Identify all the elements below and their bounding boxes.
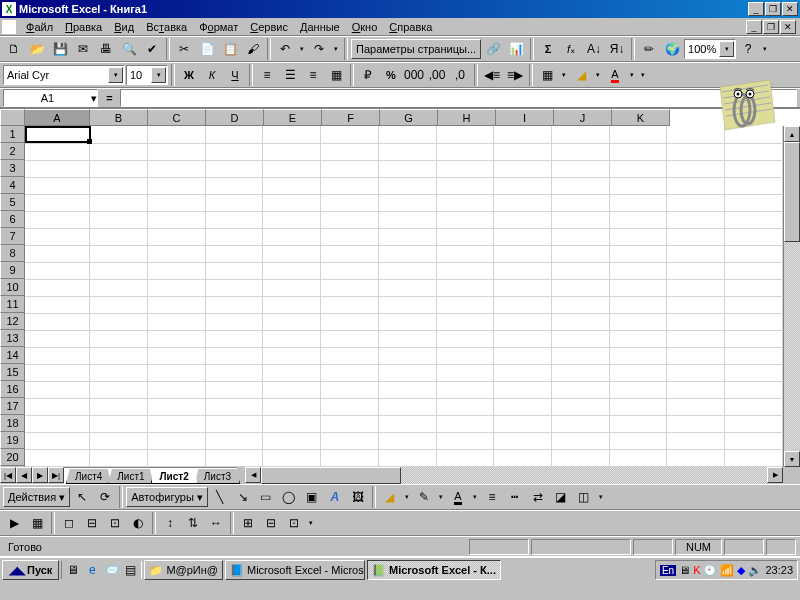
- paste-button[interactable]: 📋: [219, 38, 241, 60]
- row-header[interactable]: 12: [0, 313, 25, 330]
- chart-button[interactable]: 📊: [505, 38, 527, 60]
- 3d-button[interactable]: ◫: [573, 486, 595, 508]
- vertical-scrollbar[interactable]: ▲ ▼: [783, 126, 800, 467]
- doc-restore-button[interactable]: ❐: [763, 20, 779, 34]
- line-style-button[interactable]: ≡: [481, 486, 503, 508]
- column-header[interactable]: F: [322, 109, 380, 126]
- row-header[interactable]: 2: [0, 143, 25, 160]
- open-button[interactable]: 📂: [26, 38, 48, 60]
- menu-справка[interactable]: Справка: [383, 19, 438, 35]
- ql-outlook-icon[interactable]: 📨: [102, 561, 120, 579]
- doc-minimize-button[interactable]: _: [746, 20, 762, 34]
- zoom-combo[interactable]: ▾: [684, 39, 736, 59]
- row-header[interactable]: 6: [0, 211, 25, 228]
- menu-формат[interactable]: Формат: [193, 19, 244, 35]
- menu-вставка[interactable]: Вставка: [140, 19, 193, 35]
- font-input[interactable]: [4, 67, 108, 83]
- start-button[interactable]: ◢◣ Пуск: [2, 560, 59, 580]
- tb-btn-7[interactable]: ↔: [205, 512, 227, 534]
- taskbar-task[interactable]: 📘Microsoft Excel - Micros...: [225, 560, 365, 580]
- fontsize-combo[interactable]: ▾: [126, 65, 168, 85]
- map-button[interactable]: 🌍: [661, 38, 683, 60]
- percent-button[interactable]: %: [380, 64, 402, 86]
- toolbar-more[interactable]: ▾: [760, 38, 770, 60]
- sort-desc-button[interactable]: Я↓: [606, 38, 628, 60]
- borders-button[interactable]: ▦: [536, 64, 558, 86]
- font-color-button[interactable]: A: [604, 64, 626, 86]
- column-header[interactable]: K: [612, 109, 670, 126]
- sheet-tab[interactable]: Лист3: [195, 469, 240, 484]
- help-button[interactable]: ?: [737, 38, 759, 60]
- tb-btn-2[interactable]: ⊟: [81, 512, 103, 534]
- row-header[interactable]: 8: [0, 245, 25, 262]
- restore-button[interactable]: ❐: [765, 2, 781, 16]
- mail-button[interactable]: ✉: [72, 38, 94, 60]
- arrow-style-button[interactable]: ⇄: [527, 486, 549, 508]
- drawing-button[interactable]: ✏: [638, 38, 660, 60]
- lang-indicator[interactable]: En: [660, 565, 676, 576]
- format-more[interactable]: ▾: [638, 64, 648, 86]
- shadow-button[interactable]: ◪: [550, 486, 572, 508]
- cut-button[interactable]: ✂: [173, 38, 195, 60]
- increase-decimal-button[interactable]: ,00: [426, 64, 448, 86]
- taskbar-task[interactable]: 📗Microsoft Excel - К...: [367, 560, 501, 580]
- column-header[interactable]: D: [206, 109, 264, 126]
- tb-btn-3[interactable]: ⊡: [104, 512, 126, 534]
- scroll-left-button[interactable]: ◀: [245, 467, 261, 483]
- column-header[interactable]: G: [380, 109, 438, 126]
- name-box-dropdown[interactable]: ▾: [91, 92, 97, 105]
- tab-prev-button[interactable]: ◀: [16, 467, 32, 483]
- row-header[interactable]: 10: [0, 279, 25, 296]
- font-color2-button[interactable]: A: [447, 486, 469, 508]
- line-button[interactable]: ╲: [209, 486, 231, 508]
- fill-color-button[interactable]: ◢: [570, 64, 592, 86]
- row-header[interactable]: 9: [0, 262, 25, 279]
- menu-файл[interactable]: Файл: [20, 19, 59, 35]
- clock[interactable]: 23:23: [765, 564, 793, 576]
- tb-btn-8[interactable]: ⊞: [237, 512, 259, 534]
- tab-last-button[interactable]: ▶|: [48, 467, 64, 483]
- autoshapes-button[interactable]: Автофигуры ▾: [126, 487, 208, 507]
- extra-more[interactable]: ▾: [306, 512, 316, 534]
- fill-color-dropdown[interactable]: ▾: [593, 64, 603, 86]
- column-header[interactable]: I: [496, 109, 554, 126]
- tray-icon-6[interactable]: 🔊: [748, 564, 762, 577]
- cells-area[interactable]: [25, 126, 783, 467]
- bold-button[interactable]: Ж: [178, 64, 200, 86]
- font-combo[interactable]: ▾: [3, 65, 125, 85]
- tray-icon-3[interactable]: 🕙: [703, 564, 717, 577]
- fontsize-input[interactable]: [127, 67, 151, 83]
- row-header[interactable]: 14: [0, 347, 25, 364]
- redo-dropdown[interactable]: ▾: [331, 38, 341, 60]
- tb-btn-5[interactable]: ↕: [159, 512, 181, 534]
- draw-more[interactable]: ▾: [596, 486, 606, 508]
- row-header[interactable]: 3: [0, 160, 25, 177]
- new-button[interactable]: 🗋: [3, 38, 25, 60]
- tab-first-button[interactable]: |◀: [0, 467, 16, 483]
- tray-icon-4[interactable]: 📶: [720, 564, 734, 577]
- minimize-button[interactable]: _: [748, 2, 764, 16]
- wordart-button[interactable]: A: [324, 486, 346, 508]
- stop-record-button[interactable]: ▶: [3, 512, 25, 534]
- menu-окно[interactable]: Окно: [346, 19, 384, 35]
- tb-btn-10[interactable]: ⊡: [283, 512, 305, 534]
- row-header[interactable]: 5: [0, 194, 25, 211]
- tb-btn-4[interactable]: ◐: [127, 512, 149, 534]
- tray-icon-1[interactable]: 🖥: [679, 564, 690, 576]
- name-box[interactable]: A1 ▾: [3, 89, 98, 107]
- font-color-dropdown[interactable]: ▾: [627, 64, 637, 86]
- currency-button[interactable]: ₽: [357, 64, 379, 86]
- column-header[interactable]: H: [438, 109, 496, 126]
- borders-dropdown[interactable]: ▾: [559, 64, 569, 86]
- row-header[interactable]: 19: [0, 432, 25, 449]
- font-color2-dropdown[interactable]: ▾: [470, 486, 480, 508]
- taskbar-task[interactable]: 📁М@рИн@: [144, 560, 223, 580]
- row-header[interactable]: 17: [0, 398, 25, 415]
- actions-button[interactable]: Действия ▾: [3, 487, 70, 507]
- row-header[interactable]: 15: [0, 364, 25, 381]
- scroll-up-button[interactable]: ▲: [784, 126, 800, 142]
- align-left-button[interactable]: ≡: [256, 64, 278, 86]
- row-header[interactable]: 11: [0, 296, 25, 313]
- ql-app-icon[interactable]: ▤: [121, 561, 139, 579]
- oval-button[interactable]: ◯: [278, 486, 300, 508]
